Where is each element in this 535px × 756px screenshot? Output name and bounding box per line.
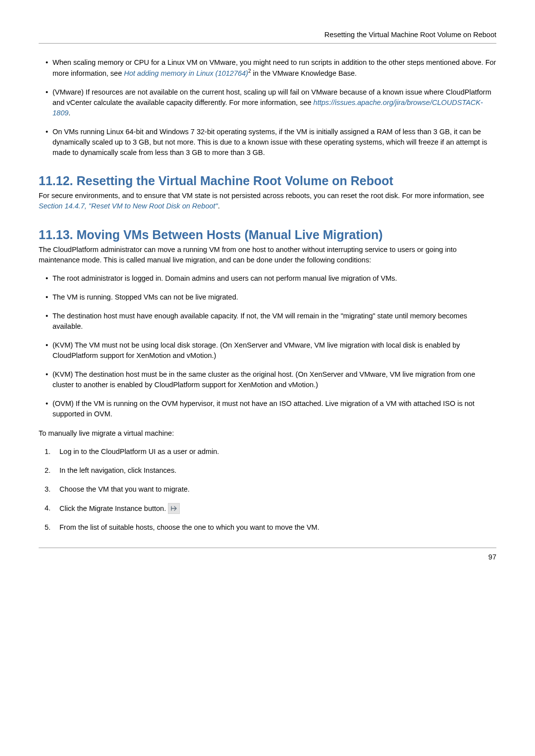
section-paragraph: For secure environments, and to ensure t… xyxy=(39,191,496,211)
section-heading-live-migration: 11.13. Moving VMs Between Hosts (Manual … xyxy=(39,227,496,243)
kb-link[interactable]: Hot adding memory in Linux (1012764) xyxy=(124,69,248,77)
conditions-list: The root administrator is logged in. Dom… xyxy=(39,273,496,419)
migrate-instance-icon xyxy=(168,503,180,514)
section-intro: The CloudPlatform administrator can move… xyxy=(39,245,496,265)
header-text: Resetting the Virtual Machine Root Volum… xyxy=(324,31,496,39)
step-item: Click the Migrate Instance button. xyxy=(45,503,496,514)
steps-intro: To manually live migrate a virtual machi… xyxy=(39,428,496,439)
section-heading-reset-root: 11.12. Resetting the Virtual Machine Roo… xyxy=(39,173,496,189)
list-item: (KVM) The destination host must be in th… xyxy=(46,369,496,390)
paragraph-text: . xyxy=(218,202,220,210)
step-text: Click the Migrate Instance button. xyxy=(59,504,166,514)
list-item: (OVM) If the VM is running on the OVM hy… xyxy=(46,399,496,419)
bullet-text: The VM is running. Stopped VMs can not b… xyxy=(53,293,238,301)
step-item: From the list of suitable hosts, choose … xyxy=(45,522,496,533)
page-footer: 97 xyxy=(39,548,496,562)
bullet-text: . xyxy=(68,109,70,117)
step-item: In the left navigation, click Instances. xyxy=(45,465,496,476)
top-bullet-list: When scaling memory or CPU for a Linux V… xyxy=(39,57,496,158)
list-item: On VMs running Linux 64-bit and Windows … xyxy=(46,127,496,158)
step-text: Log in to the CloudPlatform UI as a user… xyxy=(59,448,219,455)
step-text: From the list of suitable hosts, choose … xyxy=(59,523,320,531)
step-item: Choose the VM that you want to migrate. xyxy=(45,484,496,495)
bullet-text: (OVM) If the VM is running on the OVM hy… xyxy=(53,400,475,418)
list-item: The destination host must have enough av… xyxy=(46,311,496,332)
running-header: Resetting the Virtual Machine Root Volum… xyxy=(39,30,496,44)
list-item: The root administrator is logged in. Dom… xyxy=(46,273,496,284)
bullet-text: The destination host must have enough av… xyxy=(53,312,467,330)
bullet-text: in the VMware Knowledge Base. xyxy=(251,69,357,77)
step-item: Log in to the CloudPlatform UI as a user… xyxy=(45,447,496,457)
bullet-text: On VMs running Linux 64-bit and Windows … xyxy=(53,128,487,156)
list-item: (VMware) If resources are not available … xyxy=(46,87,496,118)
bullet-text: The root administrator is logged in. Dom… xyxy=(53,274,397,282)
step-text: In the left navigation, click Instances. xyxy=(59,466,176,474)
paragraph-text: For secure environments, and to ensure t… xyxy=(39,192,484,200)
step-text: Choose the VM that you want to migrate. xyxy=(59,485,190,493)
steps-list: Log in to the CloudPlatform UI as a user… xyxy=(39,447,496,533)
page-number: 97 xyxy=(488,553,496,561)
bullet-text: (KVM) The VM must not be using local dis… xyxy=(53,341,460,359)
bullet-text: (KVM) The destination host must be in th… xyxy=(53,370,475,389)
list-item: The VM is running. Stopped VMs can not b… xyxy=(46,292,496,302)
list-item: (KVM) The VM must not be using local dis… xyxy=(46,340,496,361)
section-xref-link[interactable]: Section 14.4.7, "Reset VM to New Root Di… xyxy=(39,202,218,210)
list-item: When scaling memory or CPU for a Linux V… xyxy=(46,57,496,79)
